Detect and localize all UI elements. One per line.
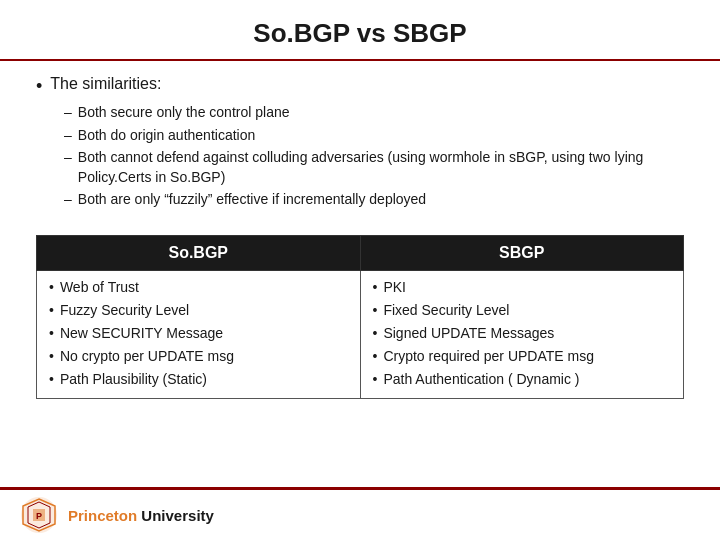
col1-item-text-2: Fuzzy Security Level: [60, 300, 189, 321]
sub-bullet-text-1: Both secure only the control plane: [78, 103, 290, 123]
col1-item-text-5: Path Plausibility (Static): [60, 369, 207, 390]
table-row: • Web of Trust • Fuzzy Security Level • …: [37, 270, 684, 398]
col1-item-3: • New SECURITY Message: [49, 323, 348, 344]
university-text: University: [137, 507, 214, 524]
svg-text:P: P: [36, 511, 42, 521]
similarities-label: The similarities:: [50, 75, 161, 93]
bullet: •: [373, 346, 378, 367]
col1-item-2: • Fuzzy Security Level: [49, 300, 348, 321]
bullet: •: [373, 369, 378, 390]
col1-item-5: • Path Plausibility (Static): [49, 369, 348, 390]
col2-item-3: • Signed UPDATE Messages: [373, 323, 672, 344]
comparison-table: So.BGP SBGP • Web of Trust • Fuzzy Secur…: [36, 235, 684, 399]
col2-item-5: • Path Authentication ( Dynamic ): [373, 369, 672, 390]
sub-bullet-2: – Both do origin authentication: [64, 126, 684, 146]
sub-bullet-text-2: Both do origin authentication: [78, 126, 255, 146]
bullet: •: [49, 277, 54, 298]
col1-item-text-1: Web of Trust: [60, 277, 139, 298]
logo-area: P Princeton University: [20, 496, 214, 534]
bullet: •: [373, 300, 378, 321]
col2-item-2: • Fixed Security Level: [373, 300, 672, 321]
col2-item-4: • Crypto required per UPDATE msg: [373, 346, 672, 367]
sub-bullet-text-4: Both are only “fuzzily” effective if inc…: [78, 190, 426, 210]
col2-cell: • PKI • Fixed Security Level • Signed UP…: [360, 270, 684, 398]
col2-item-text-2: Fixed Security Level: [383, 300, 509, 321]
col-sobgp-header: So.BGP: [37, 235, 361, 270]
princeton-logo-icon: P: [20, 496, 58, 534]
col2-item-text-5: Path Authentication ( Dynamic ): [383, 369, 579, 390]
col1-item-text-3: New SECURITY Message: [60, 323, 223, 344]
col2-item-text-3: Signed UPDATE Messages: [383, 323, 554, 344]
dash-4: –: [64, 190, 72, 210]
dash-1: –: [64, 103, 72, 123]
sub-bullet-4: – Both are only “fuzzily” effective if i…: [64, 190, 684, 210]
dash-3: –: [64, 148, 72, 168]
col-sbgp-header: SBGP: [360, 235, 684, 270]
slide-title: So.BGP vs SBGP: [253, 18, 466, 48]
footer-label: Princeton University: [68, 507, 214, 524]
col2-item-1: • PKI: [373, 277, 672, 298]
bullet-dot: •: [36, 76, 42, 97]
col1-cell: • Web of Trust • Fuzzy Security Level • …: [37, 270, 361, 398]
content-area: • The similarities: – Both secure only t…: [0, 61, 720, 487]
bullet: •: [49, 323, 54, 344]
col1-item-4: • No crypto per UPDATE msg: [49, 346, 348, 367]
sub-bullet-text-3: Both cannot defend against colluding adv…: [78, 148, 684, 187]
col2-item-text-1: PKI: [383, 277, 406, 298]
col2-item-text-4: Crypto required per UPDATE msg: [383, 346, 594, 367]
bullet: •: [373, 277, 378, 298]
sub-bullets: – Both secure only the control plane – B…: [64, 103, 684, 210]
sub-bullet-3: – Both cannot defend against colluding a…: [64, 148, 684, 187]
main-bullet: • The similarities:: [36, 75, 684, 97]
bullet: •: [373, 323, 378, 344]
col1-item-1: • Web of Trust: [49, 277, 348, 298]
similarities-section: • The similarities: – Both secure only t…: [36, 75, 684, 213]
bullet: •: [49, 346, 54, 367]
sub-bullet-1: – Both secure only the control plane: [64, 103, 684, 123]
slide: So.BGP vs SBGP • The similarities: – Bot…: [0, 0, 720, 540]
bullet: •: [49, 369, 54, 390]
dash-2: –: [64, 126, 72, 146]
slide-header: So.BGP vs SBGP: [0, 0, 720, 61]
col1-item-text-4: No crypto per UPDATE msg: [60, 346, 234, 367]
princeton-text: Princeton: [68, 507, 137, 524]
bullet: •: [49, 300, 54, 321]
footer: P Princeton University: [0, 487, 720, 540]
